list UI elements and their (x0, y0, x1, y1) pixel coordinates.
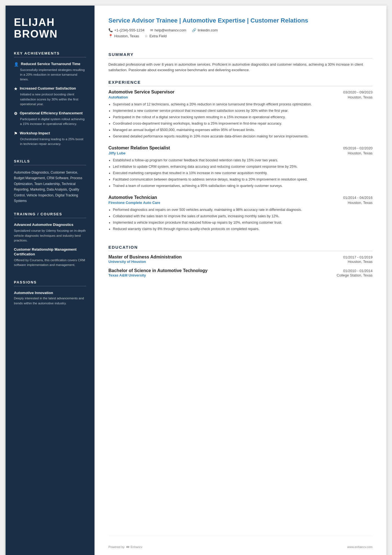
name-section: ELIJAH BROWN (14, 17, 86, 40)
edu-subheader-2: Texas A&M University College Station, Te… (108, 273, 373, 277)
course-item-1: Advanced Automotive Diagnostics Speciali… (14, 223, 86, 243)
achievements-section: KEY ACHIEVEMENTS 👤 Reduced Service Turna… (14, 51, 86, 151)
footer-right: www.enhancv.com (347, 545, 373, 549)
exp-location-2: Houston, Texas (348, 151, 373, 155)
achievement-title-1: 👤 Reduced Service Turnaround Time (14, 62, 86, 66)
exp-dates-1: 03/2020 - 09/2023 (343, 90, 373, 94)
exp-subheader-2: Jiffy Lube Houston, Texas (108, 151, 373, 155)
exp-role-1: Automotive Service Supervisor (108, 90, 174, 95)
phone-icon: 📞 (108, 28, 113, 32)
phone-text: +1-(234)-555-1234 (114, 28, 145, 32)
star-outline-icon: ☆ (145, 34, 148, 38)
exp-location-1: Houston, Texas (348, 95, 373, 99)
summary-section-title: SUMMARY (108, 52, 373, 58)
education-section-title: EDUCATION (108, 245, 373, 251)
bullet: Implemented a vehicle inspection procedu… (113, 220, 373, 225)
achievement-desc-1: Successfully implemented strategies resu… (14, 68, 86, 82)
exp-company-1: AutoNation (108, 95, 128, 99)
exp-header-2: Customer Relation Specialist 05/2016 - 0… (108, 145, 373, 151)
powered-by-text: Powered by (108, 545, 125, 549)
achievement-item: 👤 Reduced Service Turnaround Time Succes… (14, 62, 86, 82)
bullet: Established a follow-up program for cust… (113, 157, 373, 163)
edu-header-2: Bachelor of Science in Automotive Techno… (108, 268, 373, 273)
bullet: Generated detailed performance reports r… (113, 134, 373, 139)
enhancv-logo: ∞ Enhancv (126, 544, 142, 549)
first-name: ELIJAH (14, 17, 86, 28)
extra-field-text: Extra Field (149, 34, 167, 38)
exp-header-3: Automotive Technician 01/2014 - 04/2016 (108, 195, 373, 200)
bullet: Trained a team of customer representativ… (113, 183, 373, 189)
exp-location-3: Houston, Texas (348, 201, 373, 205)
contact-row-1: 📞 +1-(234)-555-1234 ✉ help@enhancv.com 🔗… (108, 28, 373, 32)
passions-title: PASSIONS (14, 280, 86, 286)
bullet: Facilitated communication between depart… (113, 177, 373, 182)
exp-role-3: Automotive Technician (108, 195, 157, 200)
exp-subheader-1: AutoNation Houston, Texas (108, 95, 373, 99)
flag-icon: ⚑ (14, 131, 18, 136)
main-header: Service Advisor Trainee | Automotive Exp… (108, 17, 373, 40)
passions-section: PASSIONS Automotive Innovation Deeply in… (14, 280, 86, 306)
achievement-item: ⚙ Operational Efficiency Enhancement Par… (14, 111, 86, 127)
bullet: Coordinated cross-department training wo… (113, 121, 373, 126)
edu-item-2: Bachelor of Science in Automotive Techno… (108, 268, 373, 277)
summary-text: Dedicated professional with over 8 years… (108, 62, 373, 73)
achievement-title-4: ⚑ Workshop Impact (14, 131, 86, 136)
email-text: help@enhancv.com (155, 28, 186, 32)
bullet: Led initiative to update CRM system, enh… (113, 164, 373, 169)
course-title-2: Customer Relationship Management Certifi… (14, 247, 86, 257)
logo-symbol: ∞ (126, 544, 129, 549)
bullet: Reduced warranty claims by 8% through ri… (113, 226, 373, 232)
bullet: Supervised a team of 12 technicians, ach… (113, 102, 373, 107)
main-content: Service Advisor Trainee | Automotive Exp… (95, 6, 386, 555)
resume-container: ELIJAH BROWN KEY ACHIEVEMENTS 👤 Reduced … (6, 6, 386, 555)
achievement-desc-3: Participated in digital system rollout a… (14, 117, 86, 127)
exp-bullets-3: Performed diagnostics and repairs on ove… (108, 207, 373, 232)
exp-item-2: Customer Relation Specialist 05/2016 - 0… (108, 145, 373, 189)
course-desc-1: Specialized course by Udemy focusing on … (14, 228, 86, 243)
edu-school-1: University of Houston (108, 260, 146, 264)
star-icon: ★ (14, 87, 18, 91)
edu-degree-2: Bachelor of Science in Automotive Techno… (108, 268, 208, 273)
exp-item-3: Automotive Technician 01/2014 - 04/2016 … (108, 195, 373, 233)
skills-section: SKILLS Automotive Diagnostics, Customer … (14, 159, 86, 204)
bullet: Managed an annual budget of $500,000, ma… (113, 127, 373, 133)
extra-field-contact: ☆ Extra Field (145, 34, 167, 38)
achievement-item: ⚑ Workshop Impact Orchestrated training … (14, 131, 86, 147)
course-desc-2: Offered by Coursera, this certification … (14, 258, 86, 268)
achievement-desc-2: Initiated a new protocol boosting client… (14, 92, 86, 107)
achievement-title-3: ⚙ Operational Efficiency Enhancement (14, 111, 86, 116)
course-title-1: Advanced Automotive Diagnostics (14, 223, 86, 227)
skills-text: Automotive Diagnostics, Customer Service… (14, 170, 86, 204)
passion-desc-1: Deeply interested in the latest advancem… (14, 296, 86, 306)
contact-row-2: 📍 Houston, Texas ☆ Extra Field (108, 34, 373, 38)
exp-dates-2: 05/2016 - 02/2020 (343, 146, 373, 150)
brand-name: Enhancv (131, 545, 143, 549)
bullet: Participated in the rollout of a digital… (113, 114, 373, 120)
exp-item-1: Automotive Service Supervisor 03/2020 - … (108, 90, 373, 140)
exp-bullets-1: Supervised a team of 12 technicians, ach… (108, 102, 373, 139)
page-footer: Powered by ∞ Enhancv www.enhancv.com (108, 536, 373, 549)
person-icon: 👤 (14, 62, 19, 66)
skills-title: SKILLS (14, 159, 86, 165)
sidebar-footer (14, 544, 86, 549)
footer-left: Powered by ∞ Enhancv (108, 544, 142, 549)
phone-contact: 📞 +1-(234)-555-1234 (108, 28, 145, 32)
sidebar: ELIJAH BROWN KEY ACHIEVEMENTS 👤 Reduced … (6, 6, 95, 555)
exp-dates-3: 01/2014 - 04/2016 (343, 196, 373, 200)
edu-location-1: Houston, Texas (348, 260, 373, 264)
training-section: TRAINING / COURSES Advanced Automotive D… (14, 212, 86, 272)
exp-header-1: Automotive Service Supervisor 03/2020 - … (108, 90, 373, 95)
location-icon: 📍 (108, 34, 113, 38)
location-text: Houston, Texas (114, 34, 139, 38)
exp-company-3: Firestone Complete Auto Care (108, 201, 160, 205)
bullet: Executed marketing campaigns that result… (113, 170, 373, 176)
linkedin-icon: 🔗 (192, 28, 196, 32)
edu-degree-1: Master of Business Administration (108, 255, 182, 260)
email-contact: ✉ help@enhancv.com (150, 28, 186, 32)
achievement-item: ★ Increased Customer Satisfaction Initia… (14, 86, 86, 107)
linkedin-text: linkedin.com (198, 28, 218, 32)
edu-dates-1: 01/2017 - 01/2019 (343, 255, 373, 259)
edu-item-1: Master of Business Administration 01/201… (108, 255, 373, 264)
email-icon: ✉ (150, 28, 153, 32)
linkedin-contact[interactable]: 🔗 linkedin.com (192, 28, 218, 32)
